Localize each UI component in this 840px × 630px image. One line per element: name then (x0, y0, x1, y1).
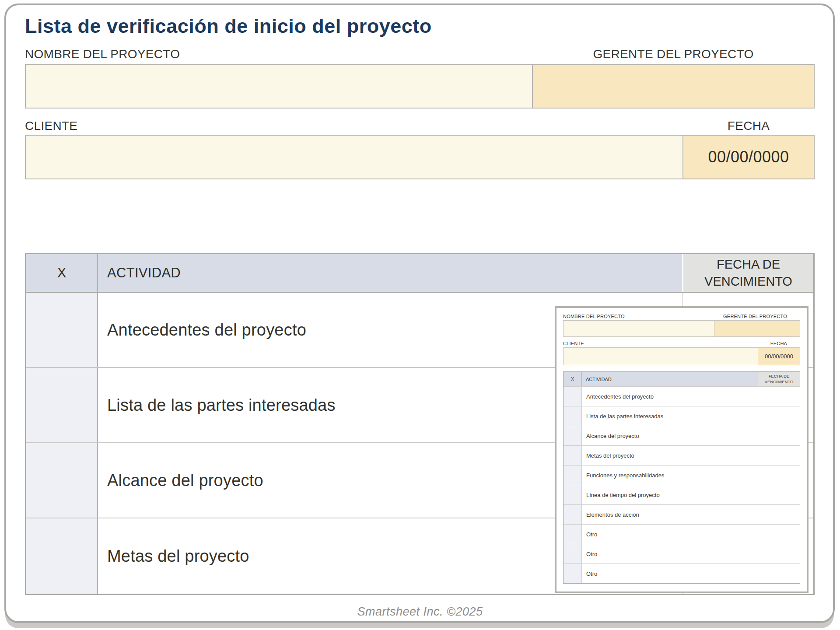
thumb-activity-column-header: ACTIVIDAD (582, 372, 758, 386)
thumb-check-column-header: X (564, 372, 582, 386)
thumb-table-row: Elementos de acción (564, 504, 800, 524)
date-field[interactable]: 00/00/0000 (682, 136, 814, 178)
thumb-project-manager-field (714, 321, 800, 336)
check-cell[interactable] (26, 443, 98, 518)
thumb-table-row: Otro (564, 564, 800, 583)
thumb-table-row: Línea de tiempo del proyecto (564, 485, 800, 504)
thumb-date-label: FECHA (757, 341, 800, 346)
thumb-project-manager-label: GERENTE DEL PROYECTO (710, 314, 800, 319)
project-name-field[interactable] (26, 65, 532, 108)
thumb-table-row: Lista de las partes interesadas (564, 406, 800, 426)
client-row: 00/00/0000 (25, 135, 815, 179)
check-column-header: X (26, 254, 98, 292)
client-field[interactable] (26, 136, 682, 178)
activity-column-header: ACTIVIDAD (98, 254, 682, 292)
client-label: CLIENTE (25, 119, 77, 133)
project-name-row (25, 64, 815, 108)
checklist-header-row: X ACTIVIDAD FECHA DE VENCIMIENTO (26, 254, 813, 293)
thumb-table-row: Antecedentes del proyecto (564, 386, 800, 406)
date-label: FECHA (682, 119, 815, 133)
thumb-table-row: Otro (564, 544, 800, 564)
thumb-checklist-table: X ACTIVIDAD FECHA DE VENCIMIENTO Anteced… (563, 371, 800, 584)
thumb-client-field (564, 348, 758, 365)
thumb-project-name-field (564, 321, 714, 336)
check-cell[interactable] (26, 368, 98, 442)
thumb-client-label: CLIENTE (563, 341, 757, 346)
check-cell[interactable] (26, 293, 98, 367)
thumb-date-field: 00/00/0000 (758, 348, 800, 365)
project-name-label: NOMBRE DEL PROYECTO (25, 47, 180, 61)
check-cell[interactable] (26, 518, 98, 594)
template-preview-thumbnail: NOMBRE DEL PROYECTO GERENTE DEL PROYECTO… (555, 306, 808, 593)
copyright-footer: Smartsheet Inc. ©2025 (0, 605, 840, 619)
thumb-project-name-label: NOMBRE DEL PROYECTO (563, 314, 710, 319)
project-manager-field[interactable] (532, 65, 814, 108)
thumb-table-row: Funciones y responsabilidades (564, 465, 800, 485)
due-date-column-header: FECHA DE VENCIMIENTO (682, 254, 813, 292)
date-value: 00/00/0000 (708, 148, 789, 166)
thumb-date-value: 00/00/0000 (765, 353, 793, 360)
page-title: Lista de verificación de inicio del proy… (25, 15, 432, 38)
thumb-due-date-column-header: FECHA DE VENCIMIENTO (758, 372, 800, 386)
thumb-table-row: Alcance del proyecto (564, 426, 800, 445)
thumb-table-row: Metas del proyecto (564, 445, 800, 465)
thumb-table-row: Otro (564, 524, 800, 544)
project-manager-label: GERENTE DEL PROYECTO (532, 47, 815, 61)
